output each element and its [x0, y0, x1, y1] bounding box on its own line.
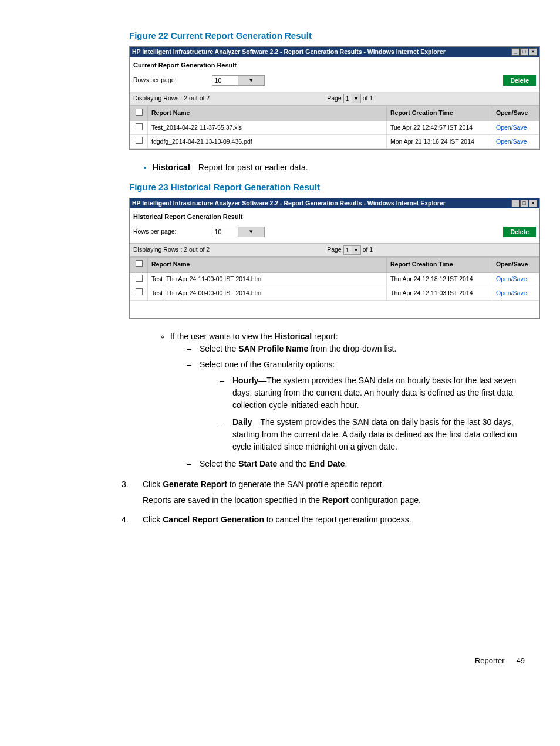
step-granularity: Select one of the Granularity options: H…: [187, 359, 525, 453]
row-checkbox[interactable]: [136, 123, 143, 130]
window-titlebar: HP Intelligent Infrastructure Analyzer S…: [130, 198, 539, 209]
historical-view-instruction: If the user wants to view the Historical…: [170, 330, 525, 470]
col-creation-time: Report Creation Time: [387, 257, 492, 272]
col-open-save: Open/Save: [492, 106, 539, 121]
open-save-link[interactable]: Open/Save: [492, 272, 539, 286]
reports-table: Report Name Report Creation Time Open/Sa…: [130, 257, 539, 301]
granularity-hourly: Hourly—The system provides the SAN data …: [220, 374, 525, 411]
report-name-cell: Test_2014-04-22 11-37-55.37.xls: [148, 121, 387, 135]
col-report-name: Report Name: [148, 106, 387, 121]
historical-term: Historical: [153, 163, 190, 172]
page-label-pre: Page: [327, 245, 342, 255]
chevron-down-icon[interactable]: ▾: [352, 94, 360, 103]
open-save-link[interactable]: Open/Save: [492, 135, 539, 149]
creation-time-cell: Thu Apr 24 12:11:03 IST 2014: [387, 286, 492, 301]
page-footer: Reporter 49: [35, 655, 525, 667]
window-buttons: _ □ ×: [511, 200, 537, 207]
figure-22-screenshot: HP Intelligent Infrastructure Analyzer S…: [129, 46, 540, 150]
table-row: Test_2014-04-22 11-37-55.37.xls Tue Apr …: [130, 121, 539, 135]
report-name-cell: Test_Thu Apr 24 00-00-00 IST 2014.html: [148, 286, 387, 301]
close-icon[interactable]: ×: [529, 200, 537, 207]
creation-time-cell: Tue Apr 22 12:42:57 IST 2014: [387, 121, 492, 135]
col-creation-time: Report Creation Time: [387, 106, 492, 121]
col-report-name: Report Name: [148, 257, 387, 272]
report-name-cell: fdgdfg_2014-04-21 13-13-09.436.pdf: [148, 135, 387, 149]
col-open-save: Open/Save: [492, 257, 539, 272]
report-name-cell: Test_Thu Apr 24 11-00-00 IST 2014.html: [148, 272, 387, 286]
chevron-down-icon[interactable]: ▾: [352, 246, 360, 254]
maximize-icon[interactable]: □: [520, 200, 528, 207]
step-4: Click Cancel Report Generation to cancel…: [138, 514, 525, 526]
rows-per-page-select[interactable]: 10 ▾: [212, 75, 265, 86]
window-title: HP Intelligent Infrastructure Analyzer S…: [132, 48, 446, 57]
rows-per-page-label: Rows per page:: [133, 227, 177, 237]
select-all-checkbox[interactable]: [136, 260, 143, 267]
rows-per-page-value: 10: [212, 227, 238, 237]
granularity-daily: Daily—The system provides the SAN data o…: [220, 416, 525, 453]
reports-table: Report Name Report Creation Time Open/Sa…: [130, 106, 539, 149]
table-row: Test_Thu Apr 24 00-00-00 IST 2014.html T…: [130, 286, 539, 301]
window-title: HP Intelligent Infrastructure Analyzer S…: [132, 199, 446, 208]
panel-subheader: Current Report Generation Result: [130, 57, 539, 73]
open-save-link[interactable]: Open/Save: [492, 121, 539, 135]
page-value: 1: [344, 246, 352, 254]
figure-22-caption: Figure 22 Current Report Generation Resu…: [129, 29, 525, 43]
footer-section: Reporter: [475, 655, 505, 667]
open-save-link[interactable]: Open/Save: [492, 286, 539, 301]
row-checkbox[interactable]: [136, 288, 143, 295]
close-icon[interactable]: ×: [529, 48, 537, 56]
chevron-down-icon[interactable]: ▾: [238, 76, 264, 85]
table-row: Test_Thu Apr 24 11-00-00 IST 2014.html T…: [130, 272, 539, 286]
maximize-icon[interactable]: □: [520, 48, 528, 56]
chevron-down-icon[interactable]: ▾: [238, 227, 264, 237]
delete-button[interactable]: Delete: [503, 75, 536, 86]
historical-bullet: Historical—Report for past or earlier da…: [153, 161, 525, 174]
delete-button[interactable]: Delete: [503, 227, 536, 237]
row-checkbox[interactable]: [136, 275, 143, 282]
step-3: Click Generate Report to generate the SA…: [138, 478, 525, 507]
creation-time-cell: Mon Apr 21 13:16:24 IST 2014: [387, 135, 492, 149]
row-checkbox[interactable]: [136, 137, 143, 144]
step-select-dates: Select the Start Date and the End Date.: [187, 458, 525, 470]
window-buttons: _ □ ×: [511, 48, 537, 56]
page-label-pre: Page: [327, 94, 342, 103]
window-titlebar: HP Intelligent Infrastructure Analyzer S…: [130, 47, 539, 58]
step-select-profile: Select the SAN Profile Name from the dro…: [187, 343, 525, 355]
page-label-post: of 1: [363, 94, 373, 103]
page-select[interactable]: 1 ▾: [343, 245, 361, 255]
panel-subheader: Historical Report Generation Result: [130, 208, 539, 224]
rows-per-page-value: 10: [212, 76, 238, 85]
page-select[interactable]: 1 ▾: [343, 94, 361, 103]
page-value: 1: [344, 94, 352, 103]
minimize-icon[interactable]: _: [511, 200, 519, 207]
minimize-icon[interactable]: _: [511, 48, 519, 56]
figure-23-caption: Figure 23 Historical Report Generation R…: [129, 181, 525, 194]
displaying-rows-text: Displaying Rows : 2 out of 2: [133, 245, 210, 255]
rows-per-page-label: Rows per page:: [133, 76, 177, 85]
creation-time-cell: Thu Apr 24 12:18:12 IST 2014: [387, 272, 492, 286]
footer-page-number: 49: [517, 655, 525, 667]
page-label-post: of 1: [363, 245, 373, 255]
displaying-rows-text: Displaying Rows : 2 out of 2: [133, 94, 210, 103]
figure-23-screenshot: HP Intelligent Infrastructure Analyzer S…: [129, 198, 540, 319]
rows-per-page-select[interactable]: 10 ▾: [212, 227, 265, 237]
table-row: fdgdfg_2014-04-21 13-13-09.436.pdf Mon A…: [130, 135, 539, 149]
select-all-checkbox[interactable]: [136, 109, 143, 116]
historical-text: —Report for past or earlier data.: [190, 163, 308, 172]
